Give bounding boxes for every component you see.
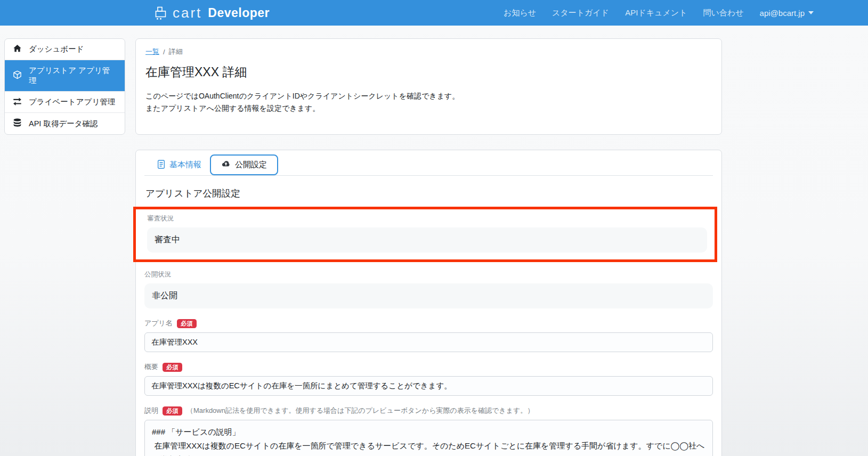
description-note: （Markdown記法を使用できます。使用する場合は下記のプレビューボタンから実… xyxy=(186,406,534,416)
brand-name-developer: Developer xyxy=(208,7,270,19)
cloud-upload-icon xyxy=(221,160,231,169)
sidebar: ダッシュボード アプリストア アプリ管理 プライベートアプリ管理 xyxy=(4,38,125,135)
required-badge: 必須 xyxy=(177,319,197,328)
nav-link-start-guide[interactable]: スタートガイド xyxy=(552,8,609,18)
description-textarea[interactable]: ### 「サービスの説明」 在庫管理XXXは複数のECサイトの在庫を一箇所で管理… xyxy=(144,420,713,456)
document-icon xyxy=(157,160,165,170)
tab-basic-info[interactable]: 基本情報 xyxy=(149,154,210,175)
description-label: 説明 xyxy=(144,406,158,416)
tab-label: 基本情報 xyxy=(169,160,201,170)
brand-name-cart: cart xyxy=(173,6,202,20)
publish-status-field: 公開状況 非公開 xyxy=(144,270,713,308)
summary-input[interactable] xyxy=(144,376,713,396)
required-badge: 必須 xyxy=(163,406,182,416)
page-description: このページではOAuthClientのクライアントIDやクライアントシークレット… xyxy=(145,90,712,115)
page-title: 在庫管理XXX 詳細 xyxy=(145,64,712,80)
cube-icon xyxy=(13,70,22,81)
breadcrumb-separator: / xyxy=(163,48,165,56)
sidebar-item-label: プライベートアプリ管理 xyxy=(29,97,115,107)
summary-field: 概要 必須 xyxy=(144,362,713,396)
app-name-field: アプリ名 必須 xyxy=(144,319,713,352)
sidebar-item-api-data-check[interactable]: API 取得データ確認 xyxy=(5,112,125,134)
sidebar-item-appstore-app-management[interactable]: アプリストア アプリ管理 xyxy=(5,60,125,91)
review-status-value: 審査中 xyxy=(147,227,707,253)
brand[interactable]: cart Developer xyxy=(153,0,270,26)
publish-status-value: 非公開 xyxy=(144,283,713,308)
account-menu[interactable]: api@bcart.jp xyxy=(760,9,814,18)
breadcrumb-current: 詳細 xyxy=(169,47,183,56)
review-status-field: 審査状況 審査中 xyxy=(147,214,707,253)
app-header: cart Developer お知らせ スタートガイド APIドキュメント 問い… xyxy=(0,0,868,26)
tab-label: 公開設定 xyxy=(235,160,267,170)
review-status-highlight: 審査状況 審査中 xyxy=(133,207,717,262)
breadcrumb-link-list[interactable]: 一覧 xyxy=(145,47,159,56)
breadcrumb: 一覧 / 詳細 xyxy=(145,47,712,56)
tab-publish-settings[interactable]: 公開設定 xyxy=(210,154,278,175)
bcart-logo-icon xyxy=(153,6,168,20)
chevron-down-icon xyxy=(808,11,814,14)
app-settings-card: 基本情報 公開設定 アプリストア公開設定 審査状況 審査中 公開状況 非公開 ア… xyxy=(135,150,722,456)
required-badge: 必須 xyxy=(163,363,182,372)
transfer-icon xyxy=(13,97,22,107)
account-email: api@bcart.jp xyxy=(760,9,805,18)
nav-link-api-docs[interactable]: APIドキュメント xyxy=(625,8,687,18)
page-description-line1: このページではOAuthClientのクライアントIDやクライアントシークレット… xyxy=(145,90,712,102)
app-name-input[interactable] xyxy=(144,332,713,352)
sidebar-item-private-app-management[interactable]: プライベートアプリ管理 xyxy=(5,91,125,112)
description-field: 説明 必須 （Markdown記法を使用できます。使用する場合は下記のプレビュー… xyxy=(144,406,713,456)
nav-link-news[interactable]: お知らせ xyxy=(504,8,536,18)
section-title: アプリストア公開設定 xyxy=(145,187,712,200)
sidebar-item-dashboard[interactable]: ダッシュボード xyxy=(5,39,125,60)
publish-status-label: 公開状況 xyxy=(144,270,713,279)
sidebar-item-label: API 取得データ確認 xyxy=(29,119,98,129)
page-header-card: 一覧 / 詳細 在庫管理XXX 詳細 このページではOAuthClientのクラ… xyxy=(135,38,722,135)
page-description-line2: またアプリストアへ公開する情報を設定できます。 xyxy=(145,102,712,115)
app-name-label: アプリ名 xyxy=(144,319,173,328)
header-nav: お知らせ スタートガイド APIドキュメント 問い合わせ api@bcart.j… xyxy=(504,0,814,26)
sidebar-item-label: アプリストア アプリ管理 xyxy=(29,66,117,86)
review-status-label: 審査状況 xyxy=(147,214,707,223)
tabs: 基本情報 公開設定 xyxy=(144,154,713,176)
nav-link-contact[interactable]: 問い合わせ xyxy=(703,8,744,18)
summary-label: 概要 xyxy=(144,362,158,372)
sidebar-item-label: ダッシュボード xyxy=(29,44,84,54)
home-icon xyxy=(13,44,22,54)
database-icon xyxy=(13,118,22,129)
